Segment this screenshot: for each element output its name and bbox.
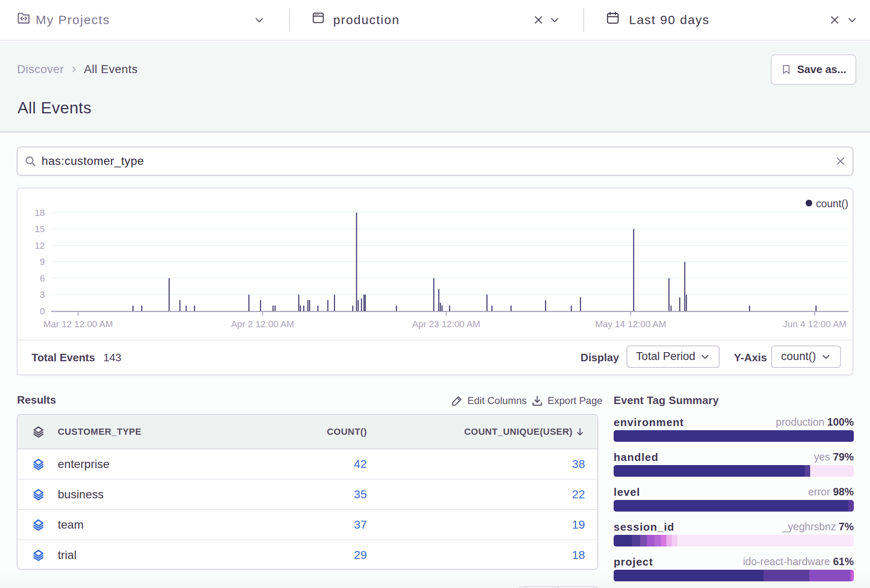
svg-text:May 14 12:00 AM: May 14 12:00 AM [595, 319, 666, 329]
svg-text:15: 15 [35, 224, 45, 234]
svg-text:Apr 23 12:00 AM: Apr 23 12:00 AM [412, 319, 480, 329]
svg-text:12: 12 [35, 240, 45, 251]
svg-text:Apr 2 12:00 AM: Apr 2 12:00 AM [231, 319, 294, 329]
svg-text:0: 0 [40, 306, 45, 316]
svg-text:18: 18 [35, 208, 45, 218]
svg-text:Mar 12 12:00 AM: Mar 12 12:00 AM [43, 319, 113, 329]
svg-text:9: 9 [40, 257, 45, 267]
svg-text:6: 6 [40, 273, 45, 284]
svg-text:count(): count() [816, 198, 848, 209]
svg-text:Jun 4 12:00 AM: Jun 4 12:00 AM [783, 319, 847, 329]
svg-text:3: 3 [40, 289, 45, 300]
